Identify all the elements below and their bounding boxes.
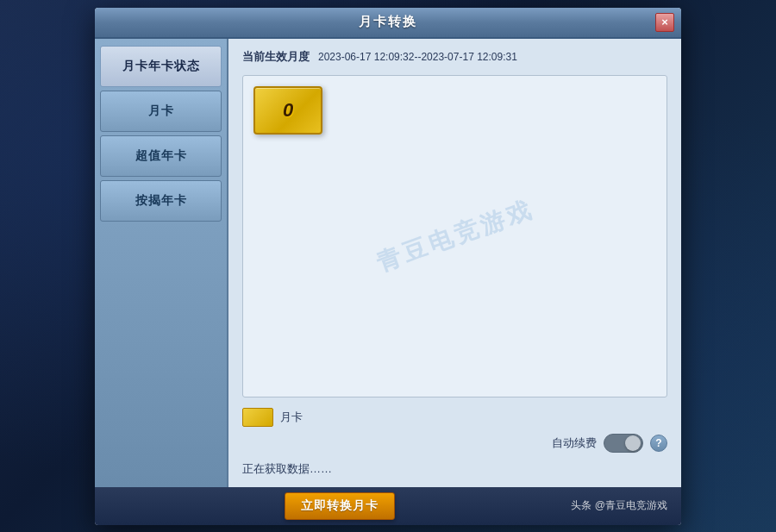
card-item[interactable]: 0 — [253, 86, 322, 135]
toggle-knob — [625, 435, 641, 451]
watermark-at: @青豆电竞游戏 — [595, 498, 667, 513]
auto-renew-row: 自动续费 ? — [242, 434, 667, 453]
dialog: 月卡转换 × 月卡年卡状态 月卡 超值年卡 按揭年卡 当前生效月度 2023-0… — [95, 8, 681, 525]
watermark: 青豆电竞游戏 — [372, 192, 538, 279]
sidebar: 月卡年卡状态 月卡 超值年卡 按揭年卡 — [95, 39, 228, 487]
help-button[interactable]: ? — [650, 435, 667, 452]
auto-renew-label: 自动续费 — [552, 435, 597, 451]
sidebar-item-monthly[interactable]: 月卡 — [100, 91, 222, 132]
period-label: 当前生效月度 — [242, 49, 310, 65]
legend-label: 月卡 — [280, 410, 303, 425]
bottom-bar: 立即转换月卡 头条 @青豆电竞游戏 — [95, 487, 681, 525]
convert-button[interactable]: 立即转换月卡 — [285, 492, 395, 520]
card-display-area: 青豆电竞游戏 0 — [242, 75, 667, 397]
watermark-prefix: 头条 — [571, 498, 591, 513]
dialog-body: 月卡年卡状态 月卡 超值年卡 按揭年卡 当前生效月度 2023-06-17 12… — [95, 39, 681, 487]
legend-area: 月卡 — [242, 408, 667, 427]
sidebar-item-status[interactable]: 月卡年卡状态 — [100, 46, 222, 87]
sidebar-item-per-annual[interactable]: 按揭年卡 — [100, 180, 222, 222]
titlebar: 月卡转换 × — [95, 8, 681, 39]
loading-text: 正在获取数据…… — [242, 461, 667, 477]
bottom-watermark: 头条 @青豆电竞游戏 — [571, 498, 667, 513]
main-content: 当前生效月度 2023-06-17 12:09:32--2023-07-17 1… — [228, 39, 681, 487]
dialog-title: 月卡转换 — [359, 14, 417, 30]
legend-color-monthly — [242, 408, 273, 427]
current-period-row: 当前生效月度 2023-06-17 12:09:32--2023-07-17 1… — [242, 49, 667, 65]
auto-renew-toggle[interactable] — [604, 434, 643, 453]
period-value: 2023-06-17 12:09:32--2023-07-17 12:09:31 — [318, 51, 517, 63]
close-button[interactable]: × — [655, 13, 674, 32]
sidebar-item-super-annual[interactable]: 超值年卡 — [100, 135, 222, 177]
card-number: 0 — [283, 99, 293, 122]
